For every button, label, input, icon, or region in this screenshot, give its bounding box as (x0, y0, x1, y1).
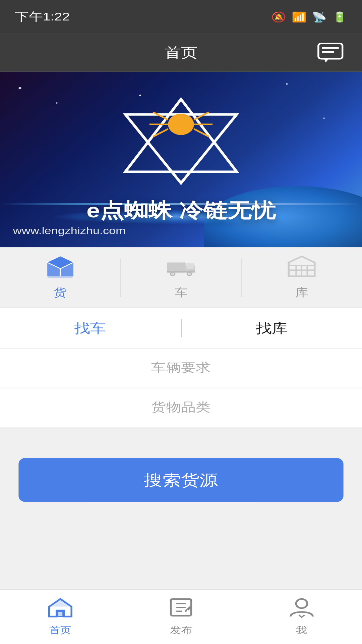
app-header: 首页 (0, 34, 362, 72)
svg-point-23 (171, 273, 174, 275)
truck-label: 车 (175, 286, 188, 300)
me-icon (289, 597, 315, 621)
post-nav-label: 发布 (170, 624, 192, 637)
category-nav: 货 车 (0, 247, 362, 308)
category-goods[interactable]: 货 (0, 255, 120, 300)
wifi-icon: 📶 (292, 11, 306, 22)
nav-me[interactable]: 我 (241, 597, 362, 637)
page-title: 首页 (164, 44, 198, 62)
goods-label: 货 (54, 286, 67, 300)
battery-icon: 🔋 (332, 11, 347, 22)
status-bar: 下午1:22 🔕 📶 📡 🔋 (0, 0, 362, 34)
svg-line-42 (186, 609, 187, 612)
status-time: 下午1:22 (15, 9, 70, 24)
triangle-icon (116, 95, 246, 186)
goods-icon (45, 255, 75, 283)
category-truck[interactable]: 车 (121, 255, 241, 300)
triangle-decoration (86, 95, 276, 190)
search-button[interactable]: 搜索货源 (18, 458, 343, 502)
sub-tabs: 找车 找库 (0, 308, 362, 348)
svg-marker-3 (324, 59, 328, 62)
banner-url: www.lengzhizhu.com (13, 225, 126, 236)
vehicle-requirement-label: 车辆要求 (151, 360, 210, 376)
status-icons: 🔕 📶 📡 🔋 (271, 11, 347, 22)
cargo-type-row[interactable]: 货物品类 (0, 388, 362, 427)
banner: e点蜘蛛 冷链无忧 www.lengzhizhu.com (0, 72, 362, 247)
category-warehouse[interactable]: 库 (242, 255, 362, 300)
svg-point-25 (188, 273, 191, 275)
form-section: 车辆要求 货物品类 (0, 348, 362, 427)
message-icon (317, 43, 344, 62)
mute-icon: 🔕 (271, 11, 286, 22)
home-icon (47, 597, 73, 621)
bottom-nav: 首页 发布 我 (0, 589, 362, 644)
message-button[interactable] (314, 39, 347, 66)
post-icon (168, 597, 194, 621)
cargo-type-label: 货物品类 (151, 400, 210, 416)
vehicle-requirement-row[interactable]: 车辆要求 (0, 348, 362, 387)
banner-content: e点蜘蛛 冷链无忧 (86, 95, 276, 224)
warehouse-label: 库 (295, 286, 308, 300)
warehouse-icon (287, 255, 317, 283)
search-area: 搜索货源 (0, 427, 362, 533)
nav-home[interactable]: 首页 (0, 597, 121, 637)
me-nav-label: 我 (296, 624, 307, 637)
nav-post[interactable]: 发布 (121, 597, 241, 637)
svg-marker-36 (49, 599, 71, 607)
banner-slogan: e点蜘蛛 冷链无忧 (86, 197, 276, 224)
svg-point-43 (296, 599, 307, 608)
tab-find-warehouse[interactable]: 找库 (181, 308, 362, 348)
signal-icon: 📡 (312, 11, 326, 22)
home-nav-label: 首页 (49, 624, 71, 637)
svg-point-6 (168, 113, 194, 135)
svg-rect-21 (187, 263, 194, 269)
tab-find-truck[interactable]: 找车 (0, 308, 181, 348)
truck-icon (166, 255, 196, 283)
